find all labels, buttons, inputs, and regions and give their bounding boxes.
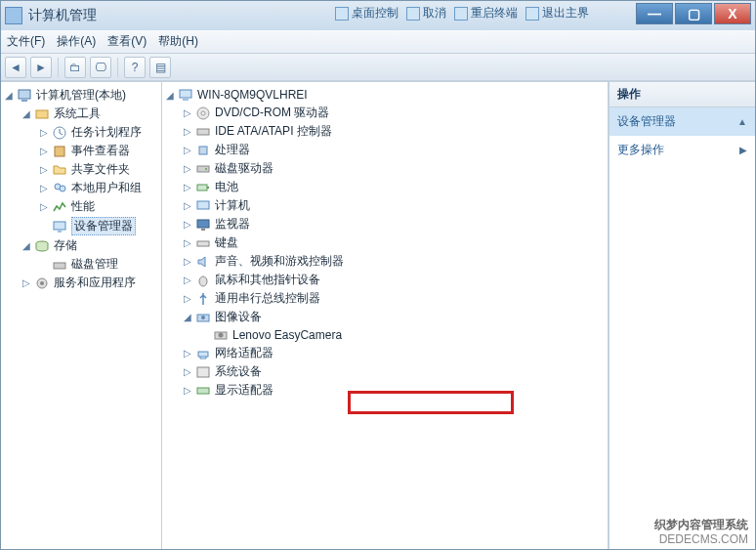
tool-cancel[interactable]: 取消 bbox=[406, 5, 446, 21]
dev-computer[interactable]: ▷计算机 bbox=[182, 196, 606, 215]
expand-icon[interactable]: ▷ bbox=[182, 293, 193, 305]
svg-point-29 bbox=[201, 316, 205, 319]
tree-disk-mgmt[interactable]: 磁盘管理 bbox=[38, 255, 159, 274]
users-icon bbox=[52, 181, 67, 196]
svg-rect-19 bbox=[197, 166, 209, 172]
highlight-box bbox=[348, 391, 514, 414]
svg-rect-17 bbox=[197, 129, 209, 135]
expand-icon[interactable]: ▷ bbox=[38, 164, 50, 176]
svg-rect-25 bbox=[201, 229, 205, 231]
mouse-icon bbox=[195, 273, 211, 288]
tree-storage[interactable]: ◢存储 bbox=[21, 236, 159, 255]
expand-icon[interactable]: ▷ bbox=[182, 275, 193, 286]
tree-local-users[interactable]: ▷本地用户和组 bbox=[38, 179, 159, 197]
expand-icon[interactable]: ▷ bbox=[182, 200, 193, 212]
dev-keyboard[interactable]: ▷键盘 bbox=[182, 233, 606, 252]
network-icon bbox=[195, 346, 211, 361]
toolbar-button-1[interactable]: 🗀 bbox=[64, 57, 86, 78]
tree-services-apps[interactable]: ▷服务和应用程序 bbox=[21, 274, 159, 292]
dev-root[interactable]: ◢WIN-8QM9QVLHREI bbox=[164, 86, 606, 104]
svg-rect-32 bbox=[198, 352, 208, 357]
expand-icon[interactable]: ▷ bbox=[38, 146, 50, 157]
monitor-icon bbox=[195, 217, 211, 233]
dev-usb[interactable]: ▷通用串行总线控制器 bbox=[182, 289, 606, 308]
tree-shared-folders[interactable]: ▷共享文件夹 bbox=[38, 160, 159, 179]
titlebar: 计算机管理 桌面控制 取消 重启终端 退出主界 — ▢ X bbox=[1, 1, 755, 30]
expand-icon[interactable]: ▷ bbox=[182, 348, 193, 360]
actions-header: 操作 bbox=[609, 82, 755, 107]
tree-root[interactable]: ◢ 计算机管理(本地) bbox=[3, 86, 159, 105]
actions-selected[interactable]: 设备管理器 ▲ bbox=[609, 107, 755, 136]
svg-rect-22 bbox=[207, 187, 209, 189]
expand-icon[interactable]: ▷ bbox=[182, 385, 193, 397]
chevron-right-icon: ▶ bbox=[739, 145, 747, 155]
dev-system[interactable]: ▷系统设备 bbox=[182, 362, 606, 381]
dev-ide[interactable]: ▷IDE ATA/ATAPI 控制器 bbox=[182, 122, 606, 141]
expand-icon[interactable]: ▷ bbox=[182, 163, 193, 175]
expand-icon[interactable]: ▷ bbox=[38, 127, 50, 139]
menu-help[interactable]: 帮助(H) bbox=[158, 33, 198, 50]
toolbar-button-2[interactable]: 🖵 bbox=[90, 57, 111, 78]
menu-action[interactable]: 操作(A) bbox=[57, 33, 96, 50]
dev-camera[interactable]: Lenovo EasyCamera bbox=[199, 326, 606, 344]
sound-icon bbox=[195, 254, 211, 270]
tree-task-scheduler[interactable]: ▷任务计划程序 bbox=[38, 123, 159, 142]
dev-disk-drive[interactable]: ▷磁盘驱动器 bbox=[182, 159, 606, 178]
expand-icon[interactable]: ▷ bbox=[182, 366, 193, 378]
dev-mouse[interactable]: ▷鼠标和其他指针设备 bbox=[182, 271, 606, 289]
top-tools: 桌面控制 取消 重启终端 退出主界 bbox=[335, 5, 589, 21]
collapse-icon[interactable]: ◢ bbox=[21, 108, 32, 120]
tree-system-tools[interactable]: ◢ 系统工具 bbox=[21, 105, 159, 123]
dev-monitor[interactable]: ▷监视器 bbox=[182, 215, 606, 233]
dev-dvd[interactable]: ▷DVD/CD-ROM 驱动器 bbox=[182, 104, 606, 122]
window-title: 计算机管理 bbox=[28, 7, 97, 24]
dev-imaging[interactable]: ◢图像设备 bbox=[182, 308, 606, 326]
expand-icon[interactable]: ▷ bbox=[182, 126, 193, 138]
tree-performance[interactable]: ▷性能 bbox=[38, 197, 159, 216]
maximize-button[interactable]: ▢ bbox=[675, 3, 712, 24]
menu-view[interactable]: 查看(V) bbox=[107, 33, 147, 50]
collapse-icon[interactable]: ◢ bbox=[164, 89, 176, 101]
tree-device-manager[interactable]: 设备管理器 bbox=[38, 216, 159, 236]
expand-icon[interactable]: ▷ bbox=[182, 237, 193, 249]
expand-icon[interactable]: ▷ bbox=[182, 145, 193, 156]
tree-event-viewer[interactable]: ▷事件查看器 bbox=[38, 142, 159, 160]
close-button[interactable]: X bbox=[714, 3, 751, 24]
keyboard-icon bbox=[195, 235, 211, 251]
expand-icon[interactable]: ▷ bbox=[182, 256, 193, 268]
tool-remote-control[interactable]: 桌面控制 bbox=[335, 5, 399, 21]
toolbar-button-4[interactable]: ▤ bbox=[149, 57, 171, 78]
svg-rect-23 bbox=[197, 201, 209, 209]
svg-point-27 bbox=[199, 276, 207, 286]
svg-rect-0 bbox=[19, 90, 30, 99]
expand-icon[interactable]: ▷ bbox=[182, 182, 193, 193]
dev-network[interactable]: ▷网络适配器 bbox=[182, 344, 606, 362]
dvd-icon bbox=[195, 106, 211, 121]
expand-icon[interactable]: ▷ bbox=[182, 107, 193, 119]
tool-exit[interactable]: 退出主界 bbox=[525, 5, 589, 21]
minimize-button[interactable]: — bbox=[636, 3, 673, 24]
back-button[interactable]: ◄ bbox=[5, 57, 26, 78]
dev-sound[interactable]: ▷声音、视频和游戏控制器 bbox=[182, 252, 606, 271]
perf-icon bbox=[52, 199, 67, 215]
svg-rect-14 bbox=[183, 99, 189, 101]
expand-icon[interactable]: ▷ bbox=[38, 201, 50, 213]
expand-icon[interactable]: ▷ bbox=[21, 277, 32, 289]
tool-restart[interactable]: 重启终端 bbox=[454, 5, 518, 21]
disk-icon bbox=[52, 257, 67, 273]
svg-rect-10 bbox=[54, 263, 65, 269]
dev-cpu[interactable]: ▷处理器 bbox=[182, 141, 606, 159]
svg-rect-1 bbox=[21, 100, 27, 102]
dev-battery[interactable]: ▷电池 bbox=[182, 178, 606, 196]
chevron-up-icon: ▲ bbox=[737, 116, 747, 127]
expand-icon[interactable]: ▷ bbox=[38, 183, 50, 194]
actions-more[interactable]: 更多操作 ▶ bbox=[609, 136, 755, 164]
expand-icon[interactable]: ▷ bbox=[182, 219, 193, 231]
collapse-icon[interactable]: ◢ bbox=[21, 240, 32, 252]
forward-button[interactable]: ► bbox=[30, 57, 52, 78]
collapse-icon[interactable]: ◢ bbox=[3, 90, 15, 102]
toolbar-button-3[interactable]: ? bbox=[124, 57, 146, 78]
collapse-icon[interactable]: ◢ bbox=[182, 312, 193, 323]
folder-icon bbox=[52, 162, 67, 178]
menu-file[interactable]: 文件(F) bbox=[7, 33, 45, 50]
